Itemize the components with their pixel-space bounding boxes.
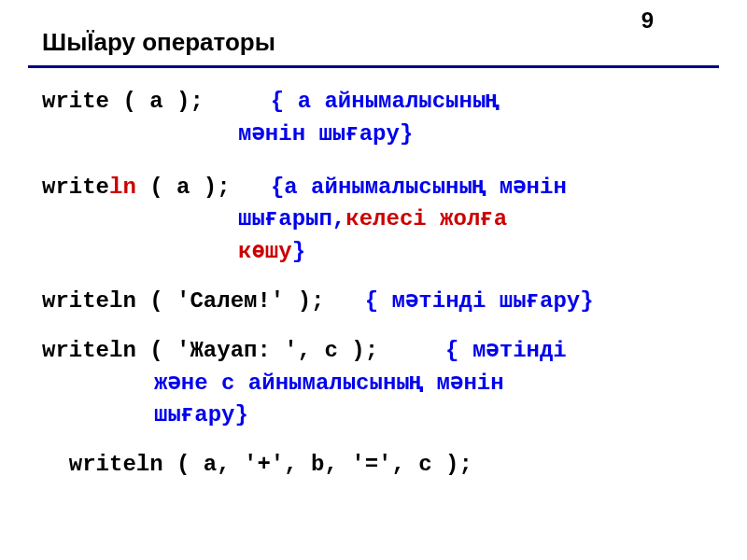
code-block-2: writeln ( a ); {a айнымалысының мәнін шы… xyxy=(42,172,714,269)
title-divider xyxy=(28,65,719,68)
comment-text: { мәтінді xyxy=(445,338,567,363)
code-keyword: ln xyxy=(109,175,136,200)
comment-text: шығарып, xyxy=(238,206,345,231)
code-text: writeln ( 'Салем!' ); xyxy=(42,288,324,314)
comment-text: шығару} xyxy=(154,399,714,432)
comment-emphasis: келесі жолға xyxy=(345,206,507,231)
code-content: write ( a ); { a айнымалысының мәнін шығ… xyxy=(42,86,714,498)
comment-text: және c айнымалысының мәнін xyxy=(154,368,714,400)
code-block-5: writeln ( a, '+', b, '=', c ); xyxy=(42,449,714,482)
code-text: writeln ( 'Жауап: ', c ); xyxy=(42,338,378,363)
page-number: 9 xyxy=(641,7,654,34)
comment-emphasis: көшу xyxy=(238,239,292,264)
code-block-4: writeln ( 'Жауап: ', c ); { мәтінді және… xyxy=(42,335,714,432)
code-text: write ( a ); xyxy=(42,89,204,114)
code-text: writeln ( a, '+', b, '=', c ); xyxy=(69,452,472,477)
page-title: ШыЇару операторы xyxy=(42,28,275,57)
comment-text: { мәтінді шығару} xyxy=(365,288,594,314)
code-block-1: write ( a ); { a айнымалысының мәнін шығ… xyxy=(42,86,714,151)
comment-text: { a айнымалысының xyxy=(271,89,500,114)
comment-text: мәнін шығару} xyxy=(238,119,714,151)
comment-text: } xyxy=(292,239,305,264)
comment-text: {a айнымалысының мәнін xyxy=(271,175,567,200)
code-text: ( a ); xyxy=(136,175,231,200)
code-text: write xyxy=(42,175,109,200)
code-block-3: writeln ( 'Салем!' ); { мәтінді шығару} xyxy=(42,286,714,318)
